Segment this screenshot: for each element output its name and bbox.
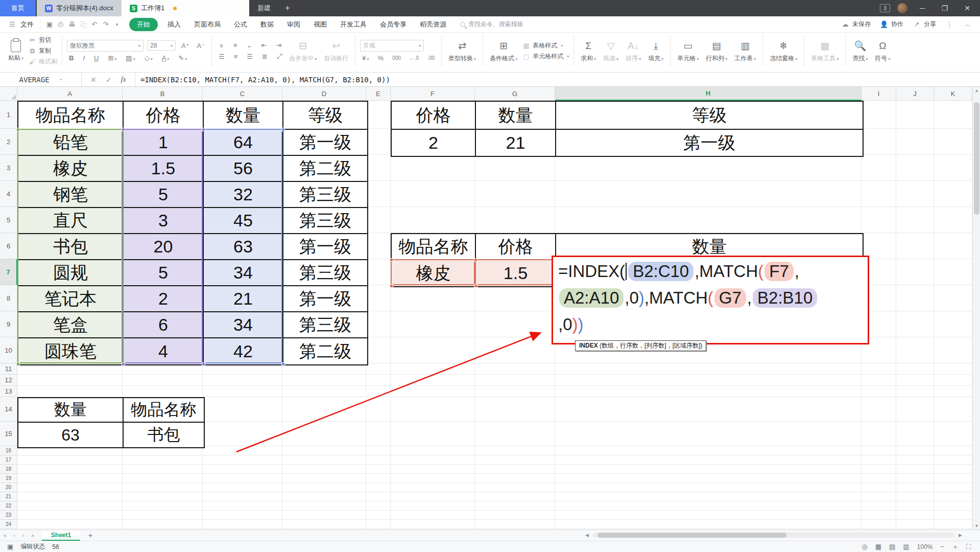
menu-tab-data[interactable]: 数据: [254, 20, 280, 29]
close-button[interactable]: ✕: [960, 4, 975, 12]
col-header-D[interactable]: D: [282, 87, 366, 101]
menu-tab-member[interactable]: 会员专享: [373, 20, 413, 29]
font-name-select[interactable]: 微软雅黑▾: [67, 40, 144, 52]
align-right-icon[interactable]: ☰: [245, 52, 255, 61]
cell-main-table-r7c0[interactable]: 笔记本: [18, 286, 124, 312]
scroll-down-icon[interactable]: ▼: [973, 523, 980, 528]
table-style-button[interactable]: ▦表格样式▾: [522, 41, 569, 50]
sheet-tab-sheet1[interactable]: Sheet1: [42, 531, 80, 541]
row-header-2[interactable]: 2: [0, 129, 17, 155]
find-button[interactable]: 🔍 查找▾: [850, 39, 870, 63]
vertical-scrollbar[interactable]: ▲ ▼: [972, 87, 980, 530]
menu-tab-review[interactable]: 审阅: [280, 20, 307, 29]
cell-main-table-r1c0[interactable]: 铅笔: [18, 130, 124, 156]
unsaved-status[interactable]: ☁未保存: [840, 20, 871, 29]
row-header-13[interactable]: 13: [0, 386, 17, 397]
freeze-panes-button[interactable]: ❄ 冻结窗格▾: [768, 39, 799, 63]
rows-columns-button[interactable]: ▤ 行和列▾: [704, 39, 729, 63]
comma-style-icon[interactable]: 000: [390, 55, 403, 61]
col-header-B[interactable]: B: [123, 87, 203, 101]
col-header-K[interactable]: K: [934, 87, 972, 101]
row-header-3[interactable]: 3: [0, 155, 17, 181]
row-header-23[interactable]: 23: [0, 511, 17, 520]
scroll-right-icon[interactable]: ▶: [955, 533, 966, 538]
borders-icon[interactable]: ⊞▾: [106, 54, 118, 62]
percent-icon[interactable]: %: [376, 54, 386, 62]
namebox-caret-icon[interactable]: ▾: [60, 77, 62, 82]
cell-main-table-r6c0[interactable]: 圆规: [18, 260, 124, 286]
cell-main-table-r5c2[interactable]: 63: [204, 234, 283, 260]
merge-center-button[interactable]: ⊟ 合并居中▾: [287, 39, 319, 63]
decrease-font-icon[interactable]: A⁻: [195, 41, 207, 50]
orientation-icon[interactable]: ⤢: [275, 52, 284, 61]
row-header-6[interactable]: 6: [0, 233, 17, 259]
undo-icon[interactable]: ↶: [89, 20, 100, 28]
cell-lookup-table-r0c0[interactable]: 物品名称: [392, 234, 476, 260]
fill-button[interactable]: ⤓ 填充▾: [646, 39, 665, 63]
row-header-12[interactable]: 12: [0, 375, 17, 386]
cell-criteria-table-r0c1[interactable]: 数量: [476, 102, 556, 130]
page-break-view-icon[interactable]: ▥: [903, 543, 909, 550]
print-icon[interactable]: 🖶: [67, 20, 77, 28]
redo-icon[interactable]: ↷: [101, 20, 111, 28]
decrease-decimal-icon[interactable]: .00: [425, 55, 437, 61]
cancel-formula-icon[interactable]: ✕: [90, 76, 97, 84]
menu-tab-page-layout[interactable]: 页面布局: [187, 20, 227, 29]
zoom-in-icon[interactable]: ＋: [952, 542, 959, 551]
filter-button[interactable]: ▽ 筛选▾: [601, 39, 620, 63]
highlight-icon[interactable]: ✎▾: [176, 54, 189, 62]
symbol-button[interactable]: Ω 符号▾: [873, 39, 892, 63]
row-header-17[interactable]: 17: [0, 455, 17, 465]
col-header-J[interactable]: J: [896, 87, 934, 101]
align-top-icon[interactable]: ⌅: [217, 41, 226, 50]
worksheet-button[interactable]: ▥ 工作表▾: [732, 39, 758, 63]
col-header-A[interactable]: A: [17, 87, 123, 101]
sum-button[interactable]: Σ 求和▾: [579, 39, 598, 63]
next-sheet-icon[interactable]: ›: [19, 533, 28, 538]
font-color-icon[interactable]: A▾: [160, 54, 172, 62]
formula-cell-editor[interactable]: =INDEX(B2:C10,MATCH(F7,A2:A10,0),MATCH(G…: [552, 256, 869, 344]
row-header-24[interactable]: 24: [0, 520, 17, 529]
cell-main-table-r7c1[interactable]: 2: [124, 286, 204, 312]
cell-criteria-table-r0c2[interactable]: 等级: [556, 102, 863, 130]
cell-criteria-table-r1c1[interactable]: 21: [476, 130, 556, 156]
align-bottom-icon[interactable]: ⌄: [245, 41, 254, 50]
file-menu[interactable]: ☰ 文件: [0, 20, 40, 29]
cell-main-table-r3c3[interactable]: 第三级: [283, 182, 367, 208]
page-layout-view-icon[interactable]: ▤: [889, 543, 895, 550]
row-header-8[interactable]: 8: [0, 285, 17, 311]
paste-button[interactable]: 粘贴▾: [6, 40, 26, 62]
cell-lookup-table-r1c0[interactable]: 橡皮: [392, 260, 476, 286]
draw-border-icon[interactable]: ▨▾: [124, 54, 137, 62]
cell-main-table-r7c2[interactable]: 21: [204, 286, 283, 312]
cell-criteria-table-r0c0[interactable]: 价格: [392, 102, 476, 130]
row-header-14[interactable]: 14: [0, 397, 17, 422]
maximize-button[interactable]: ❐: [937, 4, 952, 12]
menu-tab-formulas[interactable]: 公式: [227, 20, 254, 29]
doc-tab-book[interactable]: S工作簿1: [122, 0, 249, 16]
cell-criteria-table-r1c0[interactable]: 2: [392, 130, 476, 156]
row-header-1[interactable]: 1: [0, 101, 17, 129]
cell-main-table-r2c0[interactable]: 橡皮: [18, 156, 124, 182]
cut-button[interactable]: ✂剪切: [29, 36, 57, 44]
insert-function-icon[interactable]: fx: [121, 76, 126, 84]
name-box[interactable]: AVERAGE▾: [0, 73, 82, 86]
cell-main-table-r5c1[interactable]: 20: [124, 234, 204, 260]
conditional-format-button[interactable]: ⊞ 条件格式▾: [488, 39, 519, 63]
last-sheet-icon[interactable]: »: [28, 533, 38, 538]
row-header-18[interactable]: 18: [0, 465, 17, 474]
cell-main-table-r6c3[interactable]: 第三级: [283, 260, 367, 286]
row-header-16[interactable]: 16: [0, 446, 17, 455]
cell-main-table-r2c3[interactable]: 第二级: [283, 156, 367, 182]
format-painter-button[interactable]: 🖌格式刷: [29, 57, 57, 66]
fullscreen-icon[interactable]: ⛶: [966, 543, 971, 551]
row-header-15[interactable]: 15: [0, 422, 17, 446]
scroll-up-icon[interactable]: ▲: [973, 88, 980, 93]
cell-main-table-r9c0[interactable]: 圆珠笔: [18, 338, 124, 364]
minimize-button[interactable]: ─: [915, 4, 930, 12]
cell-main-table-r4c3[interactable]: 第三级: [283, 208, 367, 234]
number-format-select[interactable]: 常规▾: [360, 40, 424, 52]
eye-protect-icon[interactable]: ◎: [862, 543, 867, 550]
zoom-level[interactable]: 100%: [917, 543, 933, 550]
cell-main-table-r6c2[interactable]: 34: [204, 260, 283, 286]
